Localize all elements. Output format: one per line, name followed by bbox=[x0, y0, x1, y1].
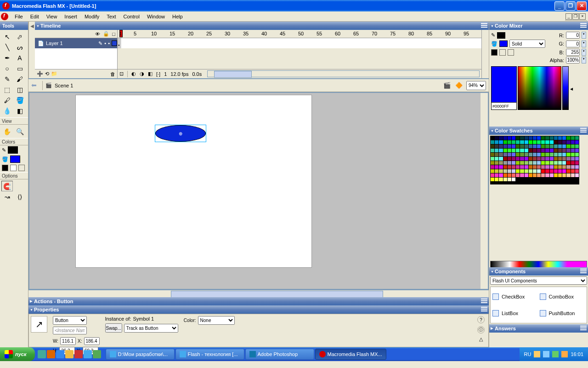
snap-option[interactable]: 🧲 bbox=[1, 181, 13, 191]
menu-modify[interactable]: Modify bbox=[81, 12, 103, 21]
swatch[interactable] bbox=[537, 149, 541, 152]
swatch[interactable] bbox=[558, 157, 562, 161]
cm-default-colors[interactable] bbox=[491, 49, 498, 56]
swatch[interactable] bbox=[499, 149, 503, 152]
ql-icon[interactable] bbox=[56, 350, 64, 358]
swatch[interactable] bbox=[566, 173, 570, 177]
swatch[interactable] bbox=[566, 136, 570, 140]
default-colors[interactable] bbox=[2, 165, 8, 171]
swatch[interactable] bbox=[558, 149, 562, 152]
swatch[interactable] bbox=[533, 173, 537, 177]
swatch[interactable] bbox=[554, 136, 558, 140]
swatch[interactable] bbox=[491, 165, 494, 169]
swatch[interactable] bbox=[491, 169, 494, 173]
swatch[interactable] bbox=[554, 173, 558, 177]
ql-icon[interactable] bbox=[93, 350, 101, 358]
smooth-option[interactable]: ↝ bbox=[1, 191, 13, 202]
swatch[interactable] bbox=[566, 161, 570, 165]
swatch[interactable] bbox=[541, 140, 545, 144]
onion-skin-icon[interactable]: ◐ bbox=[131, 71, 136, 77]
r-input[interactable] bbox=[566, 32, 580, 39]
hand-tool[interactable]: ✋ bbox=[1, 126, 13, 137]
back-arrow-icon[interactable]: ⬅ bbox=[31, 81, 40, 90]
ql-icon[interactable] bbox=[38, 350, 46, 358]
swatch[interactable] bbox=[558, 144, 562, 148]
menu-edit[interactable]: Edit bbox=[27, 12, 43, 21]
swatch[interactable] bbox=[541, 153, 545, 156]
swatch[interactable] bbox=[499, 165, 503, 169]
swatch[interactable] bbox=[550, 136, 554, 140]
swatch[interactable] bbox=[554, 169, 558, 173]
cm-no-color[interactable] bbox=[499, 49, 506, 56]
button-symbol-instance[interactable] bbox=[155, 125, 206, 142]
add-folder-icon[interactable]: 📁 bbox=[51, 71, 57, 77]
swatch[interactable] bbox=[566, 140, 570, 144]
color-effect-select[interactable]: None bbox=[198, 316, 235, 325]
swatch[interactable] bbox=[491, 173, 494, 177]
task-item[interactable]: Flash - технология [... bbox=[175, 349, 244, 360]
swatch[interactable] bbox=[499, 136, 503, 140]
alpha-input[interactable] bbox=[566, 57, 580, 63]
swatch[interactable] bbox=[558, 153, 562, 156]
panel-menu-icon[interactable] bbox=[580, 269, 587, 274]
swatch[interactable] bbox=[537, 161, 541, 165]
swatch[interactable] bbox=[545, 165, 549, 169]
swatch[interactable] bbox=[525, 169, 528, 173]
swatch[interactable] bbox=[545, 140, 549, 144]
ql-icon[interactable] bbox=[74, 350, 83, 358]
menu-window[interactable]: Window bbox=[143, 12, 169, 21]
swatch[interactable] bbox=[554, 144, 558, 148]
swatch[interactable] bbox=[503, 153, 507, 156]
b-input[interactable] bbox=[566, 49, 580, 56]
paint-bucket-tool[interactable]: 🪣 bbox=[14, 95, 26, 105]
swap-button[interactable]: Swap... bbox=[105, 323, 122, 333]
rect-tool[interactable]: ▭ bbox=[14, 63, 26, 74]
swatch[interactable] bbox=[566, 157, 570, 161]
swatch[interactable] bbox=[491, 161, 494, 165]
doc-icon[interactable] bbox=[1, 13, 8, 20]
swatch[interactable] bbox=[575, 157, 579, 161]
swatch[interactable] bbox=[525, 173, 528, 177]
swatch[interactable] bbox=[508, 169, 511, 173]
panel-menu-icon[interactable] bbox=[580, 326, 587, 331]
swatch[interactable] bbox=[571, 165, 575, 169]
task-item[interactable]: D:\Мои разработки\... bbox=[106, 349, 175, 360]
swatch[interactable] bbox=[529, 173, 532, 177]
panel-menu-icon[interactable] bbox=[481, 307, 487, 312]
swatch[interactable] bbox=[575, 149, 579, 152]
swatch[interactable] bbox=[495, 161, 498, 165]
transform-tool[interactable]: ⬚ bbox=[1, 84, 13, 95]
swatch[interactable] bbox=[533, 165, 537, 169]
swatch[interactable] bbox=[541, 136, 545, 140]
swatch[interactable] bbox=[508, 161, 511, 165]
swatch[interactable] bbox=[512, 136, 515, 140]
swatch[interactable] bbox=[537, 165, 541, 169]
swatch[interactable] bbox=[512, 153, 515, 156]
swatch[interactable] bbox=[550, 144, 554, 148]
clock[interactable]: 16:01 bbox=[571, 351, 583, 357]
swatch[interactable] bbox=[550, 169, 554, 173]
swatch[interactable] bbox=[503, 144, 507, 148]
text-tool[interactable]: A bbox=[14, 52, 26, 63]
info-icon[interactable]: ⓘ bbox=[477, 326, 485, 334]
swatch[interactable] bbox=[495, 157, 498, 161]
lock-icon[interactable]: 🔒 bbox=[103, 31, 109, 37]
swatch[interactable] bbox=[571, 157, 575, 161]
width-input[interactable] bbox=[60, 337, 76, 345]
swatch[interactable] bbox=[525, 144, 528, 148]
fill-type-select[interactable]: Solid bbox=[509, 40, 545, 48]
mdi-restore[interactable]: ❐ bbox=[572, 13, 579, 20]
outline-icon[interactable]: □ bbox=[112, 31, 115, 37]
swatch[interactable] bbox=[491, 140, 494, 144]
maximize-button[interactable]: ❐ bbox=[565, 1, 576, 11]
frames-area[interactable]: 1 5 10 15 20 25 30 35 40 45 50 55 60 65 bbox=[118, 30, 481, 78]
swatch[interactable] bbox=[550, 140, 554, 144]
swatch[interactable] bbox=[491, 157, 494, 161]
swatch[interactable] bbox=[512, 161, 515, 165]
swatch[interactable] bbox=[495, 169, 498, 173]
swatch[interactable] bbox=[499, 157, 503, 161]
swatch[interactable] bbox=[529, 140, 532, 144]
swatch[interactable] bbox=[499, 140, 503, 144]
swatch[interactable] bbox=[537, 136, 541, 140]
swatch[interactable] bbox=[491, 136, 494, 140]
